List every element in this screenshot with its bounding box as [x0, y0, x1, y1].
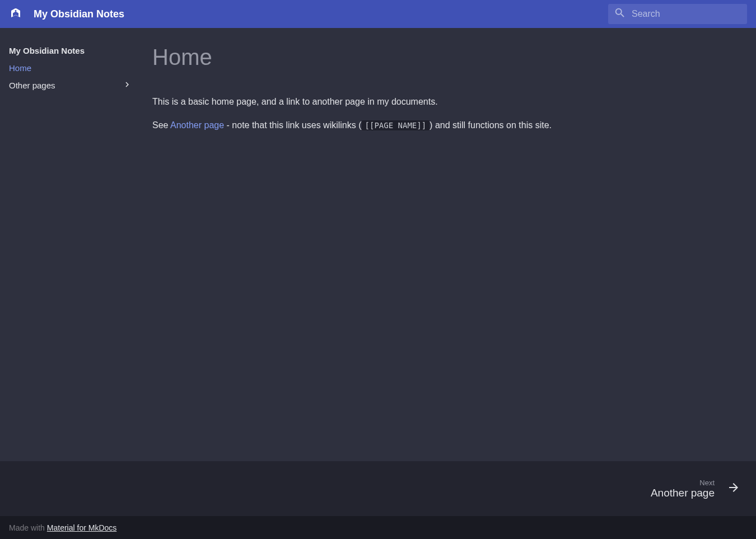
sidebar: My Obsidian Notes Home Other pages	[0, 28, 139, 461]
footer-meta: Made with Material for MkDocs	[0, 516, 756, 539]
app-header: My Obsidian Notes	[0, 0, 756, 28]
generator-link[interactable]: Material for MkDocs	[47, 523, 116, 532]
next-page-link[interactable]: Next Another page	[651, 479, 740, 499]
chevron-right-icon	[122, 79, 132, 91]
search-icon	[614, 7, 626, 21]
body: My Obsidian Notes Home Other pages Home …	[0, 28, 756, 461]
page-title: Home	[152, 45, 585, 70]
next-text: Next Another page	[651, 479, 715, 499]
text: See	[152, 120, 170, 130]
page-body: This is a basic home page, and a link to…	[152, 95, 585, 132]
search-input[interactable]	[632, 9, 744, 19]
sidebar-title: My Obsidian Notes	[9, 41, 132, 60]
sidebar-item-home[interactable]: Home	[9, 60, 132, 76]
link-another-page[interactable]: Another page	[170, 120, 224, 130]
sidebar-item-other-pages[interactable]: Other pages	[9, 76, 132, 95]
made-with-text: Made with	[9, 523, 45, 532]
footer-nav: Next Another page	[0, 461, 756, 516]
book-icon[interactable]	[9, 7, 22, 21]
paragraph: This is a basic home page, and a link to…	[152, 95, 585, 109]
inline-code: [[PAGE NAME]]	[362, 120, 430, 130]
sidebar-item-label: Home	[9, 63, 31, 73]
arrow-right-icon	[727, 481, 740, 496]
text: ) and still functions on this site.	[430, 120, 552, 130]
paragraph: See Another page - note that this link u…	[152, 118, 585, 133]
next-label: Next	[651, 479, 715, 487]
app-title: My Obsidian Notes	[34, 8, 597, 20]
main-content: Home This is a basic home page, and a li…	[139, 28, 598, 461]
next-title: Another page	[651, 487, 715, 499]
text: - note that this link uses wikilinks (	[224, 120, 361, 130]
search-box[interactable]	[608, 4, 747, 24]
sidebar-item-label: Other pages	[9, 81, 55, 90]
